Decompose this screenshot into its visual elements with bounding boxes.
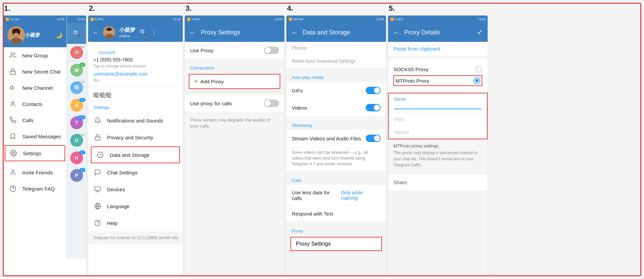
language-icon [94, 202, 102, 210]
s5-hint-text: This proxy may display a sponsored chann… [393, 150, 482, 168]
s4-stream-toggle[interactable] [366, 135, 381, 142]
sidebar-item-new-secret-chat[interactable]: New Secret Chat [3, 63, 67, 80]
s1-time: 13:40 [57, 18, 65, 21]
s2-header-info: 小菱梦 online [119, 27, 135, 38]
s5-secret-input-row: Secret [389, 126, 487, 139]
s1-status-left: 📶 331 B/s [5, 18, 19, 21]
sidebar-item-calls[interactable]: Calls [3, 112, 67, 128]
notifications-label: Notifications and Sounds [107, 118, 163, 123]
s5-time: 14:40 [478, 18, 486, 21]
s4-respond-text-row: Respond with Text [286, 206, 386, 222]
s1-user-info: 小菱梦 [25, 32, 40, 38]
settings-item-devices[interactable]: Devices [88, 181, 183, 198]
s4-header: ← Data and Storage [286, 23, 386, 42]
sidebar-item-label-saved: Saved Messages [22, 134, 61, 139]
settings-item-data-storage[interactable]: Data and Storage [91, 146, 180, 163]
sidebar-item-label-new-group: New Group [22, 53, 48, 58]
s4-videos-label: Videos [292, 105, 307, 111]
svg-rect-8 [10, 71, 16, 74]
chat-list-item-5[interactable]: T 13:40 171 [67, 114, 86, 132]
s5-header-title: Proxy Details [404, 29, 472, 36]
chat-list-item-7[interactable]: N 13:40 17 [67, 149, 86, 167]
sidebar-item-label-settings: Settings [23, 150, 41, 156]
sidebar-item-contacts[interactable]: Contacts [3, 96, 67, 112]
s5-input-section: Server Port Secret [388, 93, 488, 139]
s5-back-button[interactable]: ← [393, 29, 400, 36]
chat-badge-5: 171 [78, 115, 85, 119]
s2-back-button[interactable]: ← [92, 29, 99, 36]
s2-header-icons: 🔍 ⋮ [139, 29, 157, 36]
s5-port-placeholder: Port [394, 116, 482, 122]
s4-gifs-toggle[interactable] [366, 87, 381, 94]
sidebar-item-saved-messages[interactable]: Saved Messages [3, 128, 67, 144]
s2-search-icon[interactable]: 🔍 [139, 29, 147, 36]
settings-item-language[interactable]: Language [88, 198, 183, 215]
s3-signal: 📶 1.4K/s [187, 18, 200, 21]
s5-paste-button[interactable]: Paste from clipboard [393, 46, 440, 52]
s3-add-proxy-button[interactable]: + Add Proxy [189, 74, 280, 89]
section-5-screen: 📶 1.2K/s 14:40 ← Proxy Details ✓ Paste f… [388, 16, 488, 276]
settings-icon [9, 149, 18, 157]
settings-item-notifications[interactable]: Notifications and Sounds [88, 112, 183, 129]
settings-item-chat[interactable]: Chat Settings [88, 164, 183, 181]
chat-list-item-2[interactable]: M Sat 17 [67, 61, 86, 79]
calls-icon [9, 116, 17, 124]
s4-photos-section: Photos Reset Auto-Download Settings [286, 42, 386, 68]
chat-settings-label: Chat Settings [107, 170, 137, 175]
s4-videos-toggle[interactable] [366, 104, 381, 111]
s3-header-title: Proxy Settings [201, 29, 280, 36]
s1-avatar [7, 26, 25, 44]
s4-status-right: 13:40 [377, 18, 384, 21]
svg-rect-21 [95, 187, 101, 191]
s2-phone-hint: Tap to change phone number [94, 64, 177, 68]
s4-back-button[interactable]: ← [291, 29, 298, 36]
s5-server-input[interactable] [394, 103, 482, 109]
s5-signal: 📶 1.2K/s [390, 18, 403, 21]
privacy-icon [94, 133, 102, 141]
s4-proxy-settings-button[interactable]: Proxy Settings [290, 237, 382, 251]
sidebar-item-invite[interactable]: Invite Friends [3, 164, 67, 180]
s3-status-left: 📶 1.4K/s [187, 18, 200, 21]
s3-divider [185, 92, 284, 92]
s1-status-bar: 📶 331 B/s 13:40 [3, 16, 67, 23]
s4-calls-title: Calls [286, 174, 386, 185]
s5-mtproto-label: MTProto Proxy [395, 78, 429, 84]
chat-list-item-3[interactable]: 哇 13:28 [67, 79, 86, 96]
s1-status-right: 13:40 [57, 18, 65, 21]
s2-account-title: Account [94, 46, 177, 57]
s5-confirm-button[interactable]: ✓ [477, 28, 483, 37]
s1-right-chat-panel: 13:40 🔍 小 Wed M Sat 17 [67, 16, 86, 258]
section-2-wrapper: 2. 📶 3.5K/s 13:40 ← [88, 3, 183, 276]
s4-content: Photos Reset Auto-Download Settings Auto… [286, 42, 386, 276]
settings-item-privacy[interactable]: Privacy and Security [88, 129, 183, 146]
settings-item-help[interactable]: Help [88, 215, 183, 231]
sidebar-item-new-channel[interactable]: New Channel [3, 80, 67, 96]
chat-list-header: 13:40 🔍 [67, 16, 86, 44]
s5-mtproto-radio[interactable] [473, 77, 480, 84]
s4-status-bar: 📶 600 B/s 13:40 [286, 16, 386, 23]
sidebar-item-settings[interactable]: Settings [5, 145, 65, 161]
search-btn[interactable]: 🔍 [73, 30, 80, 37]
s4-status-left: 📶 600 B/s [288, 18, 303, 21]
chat-date-1: Wed [79, 45, 85, 49]
chat-badge-4: 17 [79, 98, 85, 102]
s5-socks5-radio[interactable] [475, 66, 482, 73]
chat-badge-8: 17 [79, 168, 85, 172]
help-icon [94, 219, 102, 227]
chat-list-item-1[interactable]: 小 Wed [67, 44, 86, 61]
chat-list-item-6[interactable]: G 13:40 [67, 132, 86, 149]
sidebar-item-new-group[interactable]: New Group [3, 47, 67, 63]
s2-more-icon[interactable]: ⋮ [151, 29, 157, 36]
s4-reset-label: Reset Auto-Download Settings [286, 54, 386, 68]
s4-signal: 📶 600 B/s [288, 18, 303, 21]
s5-mtproto-row: MTProto Proxy [393, 75, 482, 86]
s4-streaming-section: Stream Videos and Audio Files Some video… [286, 130, 386, 171]
sidebar-item-faq[interactable]: Telegram FAQ [3, 180, 67, 197]
avatar-svg [7, 26, 25, 44]
sidebar-item-label-calls: Calls [22, 117, 33, 123]
s3-use-proxy-toggle[interactable] [264, 47, 279, 54]
s3-back-button[interactable]: ← [189, 29, 196, 36]
s3-calls-proxy-toggle[interactable] [264, 100, 279, 107]
chat-list-item-4[interactable]: A 13:40 17 [67, 96, 86, 114]
chat-list-item-8[interactable]: P 13:40 17 [67, 167, 86, 184]
